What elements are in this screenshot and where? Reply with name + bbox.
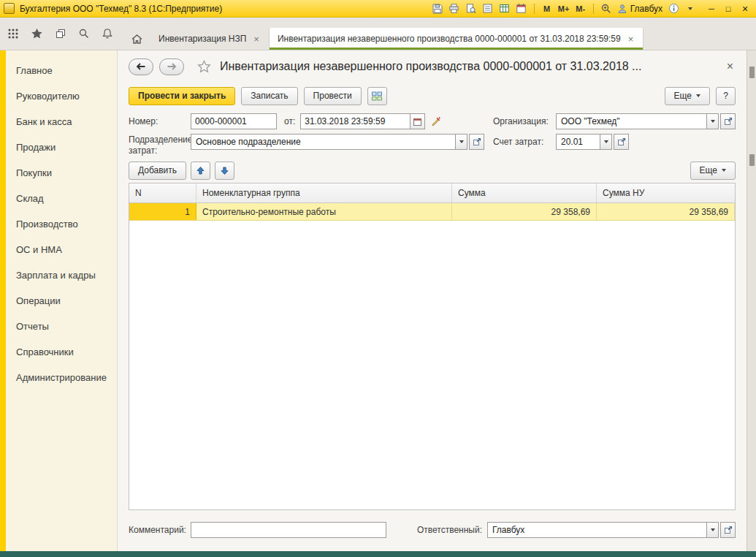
sidebar-item-prodazhi[interactable]: Продажи [6,134,117,160]
items-more-button[interactable]: Еще [690,162,736,180]
recent-windows-button[interactable] [55,28,66,39]
sidebar-item-pokupki[interactable]: Покупки [6,160,117,186]
tab-close-icon[interactable]: × [627,34,635,45]
info-button[interactable] [668,2,679,15]
overlap-windows-icon [55,28,66,39]
items-toolbar: Добавить Еще [129,158,736,183]
person-icon [617,4,627,14]
date-from-label: от: [284,116,295,126]
service-menu-button[interactable] [684,2,696,15]
chevron-down-icon [688,7,692,10]
sidebar-item-bank-i-kassa[interactable]: Банк и касса [6,109,117,134]
move-up-button[interactable] [191,162,210,180]
organization-open-button[interactable] [720,113,736,129]
table-row[interactable]: 1 Строительно-ремонтные работы 29 358,69… [129,203,735,221]
tab-label: Инвентаризация незавершенного производст… [278,34,621,44]
column-header-n[interactable]: N [129,183,196,202]
sidebar-item-sklad[interactable]: Склад [6,186,117,211]
number-input[interactable] [191,113,277,129]
sidebar-item-spravochniki[interactable]: Справочники [6,339,117,365]
tab-inventarizaciya-nzp-list[interactable]: Инвентаризация НЗП × [150,28,270,50]
main-menu-button[interactable] [7,28,19,39]
notifications-button[interactable] [102,28,113,39]
responsible-value[interactable]: Главбух [487,522,706,538]
open-form-icon [724,526,733,534]
splitter-handle[interactable] [749,154,755,166]
cell-row-number[interactable]: 1 [129,203,196,220]
save-button[interactable] [432,2,443,15]
favorites-button[interactable] [31,28,43,39]
print-button[interactable] [448,2,460,15]
sidebar-item-proizvodstvo[interactable]: Производство [6,211,117,237]
organization-dropdown-button[interactable] [706,113,719,129]
responsible-open-button[interactable] [720,522,736,538]
document-form: Инвентаризация незавершенного производст… [117,50,747,551]
search-button[interactable] [78,28,90,39]
responsible-combo[interactable]: Главбух [487,522,736,538]
cost-account-value[interactable]: 20.01 [556,134,600,150]
print-preview-button[interactable] [465,2,477,15]
cost-account-dropdown-button[interactable] [600,134,612,150]
memory-m-button[interactable]: M [541,2,553,15]
user-menu[interactable]: Главбух [617,4,663,14]
favorite-star-icon[interactable] [197,60,211,73]
close-button[interactable]: × [738,2,752,15]
more-button[interactable]: Еще [665,87,710,105]
sidebar-item-zarplata-i-kadry[interactable]: Зарплата и кадры [6,262,117,288]
column-header-sum[interactable]: Сумма [452,183,597,202]
comment-input[interactable] [191,522,386,538]
tab-close-icon[interactable]: × [252,34,261,45]
sidebar-item-administrirovanie[interactable]: Администрирование [6,365,117,390]
date-input[interactable] [300,113,410,129]
organization-value[interactable]: ООО "Техмед" [556,113,706,129]
right-panel-strip [747,50,756,551]
memory-m-minus-button[interactable]: M- [575,2,587,15]
post-and-close-button[interactable]: Провести и закрыть [129,87,235,105]
department-dropdown-button[interactable] [455,134,467,150]
responsible-dropdown-button[interactable] [706,522,719,538]
column-header-nomenclature-group[interactable]: Номенклатурная группа [196,183,452,202]
help-button[interactable]: ? [716,87,736,105]
memory-m-plus-button[interactable]: M+ [558,2,570,15]
arrow-left-icon [136,62,146,71]
write-button[interactable]: Записать [241,87,297,105]
department-open-button[interactable] [469,134,484,150]
maximize-button[interactable]: □ [721,2,736,15]
calendar-picker-button[interactable] [410,113,425,129]
post-button[interactable]: Провести [304,87,362,105]
info-icon [668,3,679,14]
cost-account-field: Счет затрат: 20.01 [493,134,736,150]
document-close-button[interactable]: × [725,60,736,73]
show-postings-button[interactable] [367,87,387,105]
cost-account-open-button[interactable] [614,134,629,150]
cell-sum[interactable]: 29 358,69 [452,203,597,220]
open-form-icon [617,137,626,146]
home-button[interactable] [123,28,150,50]
department-value[interactable]: Основное подразделение [191,134,455,150]
cell-sum-nu[interactable]: 29 358,69 [597,203,735,220]
sidebar-item-otchety[interactable]: Отчеты [6,314,117,339]
document-footer: Комментарий: Ответственный: Главбух [129,513,736,547]
calendar-button[interactable] [516,2,527,15]
minimize-button[interactable]: ─ [704,2,719,15]
sidebar-item-rukovoditelyu[interactable]: Руководителю [6,83,117,109]
splitter-handle[interactable] [749,67,755,78]
zoom-button[interactable] [600,2,612,15]
sidebar-item-glavnoe[interactable]: Главное [6,58,117,83]
sidebar-item-os-i-nma[interactable]: ОС и НМА [6,237,117,262]
tab-inventarizaciya-document[interactable]: Инвентаризация незавершенного производст… [270,28,644,50]
department-combo[interactable]: Основное подразделение [191,134,484,150]
red-marker-icon[interactable] [431,116,441,126]
move-down-button[interactable] [215,162,234,180]
back-button[interactable] [129,58,153,75]
table-button[interactable] [499,2,511,15]
table-empty-area[interactable] [129,221,735,509]
cost-account-combo[interactable]: 20.01 [556,134,629,150]
sidebar-item-operacii[interactable]: Операции [6,288,117,314]
forward-button[interactable] [159,58,184,75]
list-button[interactable] [482,2,494,15]
cell-nomenclature-group[interactable]: Строительно-ремонтные работы [196,203,452,220]
organization-combo[interactable]: ООО "Техмед" [556,113,736,129]
column-header-sum-nu[interactable]: Сумма НУ [597,183,735,202]
add-row-button[interactable]: Добавить [129,162,186,180]
